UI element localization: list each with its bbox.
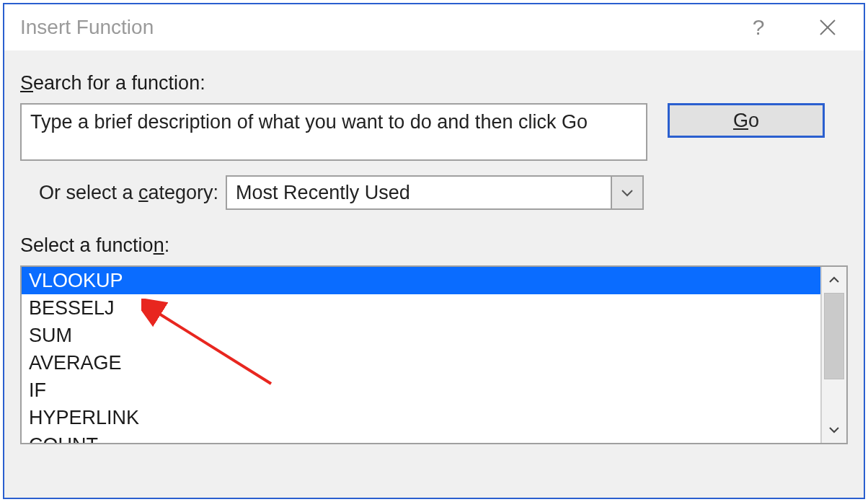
insert-function-dialog: Insert Function ? Search for a function:… (3, 3, 865, 499)
scroll-track[interactable] (822, 293, 846, 417)
list-item[interactable]: HYPERLINK (22, 404, 820, 431)
category-dropdown-button[interactable] (611, 177, 642, 208)
search-input[interactable] (20, 103, 647, 161)
category-selected-value: Most Recently Used (236, 182, 410, 204)
chevron-up-icon (828, 276, 840, 284)
list-item[interactable]: BESSELJ (22, 294, 820, 322)
select-function-label: Select a function: (20, 234, 848, 257)
list-item[interactable]: IF (22, 376, 820, 404)
dialog-title: Insert Function (20, 16, 738, 39)
title-bar: Insert Function ? (4, 4, 864, 50)
list-item[interactable]: VLOOKUP (22, 267, 820, 294)
search-row: Go (20, 103, 848, 161)
help-button[interactable]: ? (738, 7, 779, 48)
function-list[interactable]: VLOOKUPBESSELJSUMAVERAGEIFHYPERLINKCOUNT (22, 267, 820, 443)
function-listbox[interactable]: VLOOKUPBESSELJSUMAVERAGEIFHYPERLINKCOUNT (20, 265, 848, 444)
close-button[interactable] (807, 7, 848, 48)
category-row: Or select a category: Most Recently Used (39, 175, 848, 210)
search-label: Search for a function: (20, 72, 848, 94)
dialog-content: Search for a function: Go Or select a ca… (4, 50, 864, 444)
list-item[interactable]: COUNT (22, 431, 820, 443)
chevron-down-icon (828, 426, 840, 434)
category-label: Or select a category: (39, 182, 218, 204)
scrollbar[interactable] (820, 267, 846, 443)
scroll-thumb[interactable] (824, 293, 844, 379)
scroll-up-button[interactable] (822, 267, 846, 293)
list-item[interactable]: AVERAGE (22, 349, 820, 376)
go-button[interactable]: Go (668, 103, 825, 138)
chevron-down-icon (621, 188, 634, 197)
close-icon (818, 18, 837, 37)
scroll-down-button[interactable] (822, 417, 846, 443)
list-item[interactable]: SUM (22, 322, 820, 349)
category-select[interactable]: Most Recently Used (226, 175, 644, 210)
